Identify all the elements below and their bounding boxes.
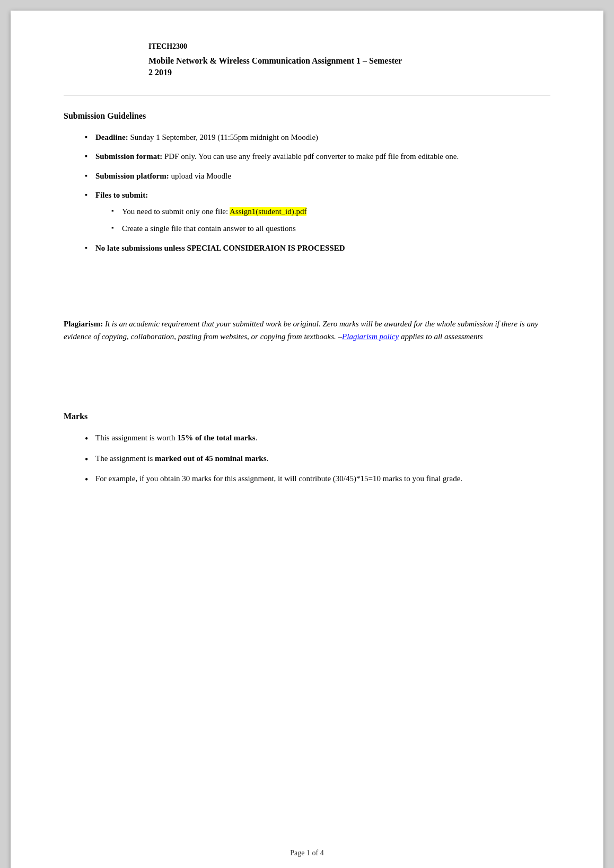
deadline-text: Sunday 1 September, 2019 (11:55pm midnig… xyxy=(128,133,318,141)
marks-item-2: The assignment is marked out of 45 nomin… xyxy=(85,453,550,465)
files-inner-list: You need to submit only one file: Assign… xyxy=(95,206,550,235)
course-code: ITECH2300 xyxy=(148,42,550,51)
file-submit-2: Create a single file that contain answer… xyxy=(111,223,550,235)
page-footer: Page 1 of 4 xyxy=(11,849,603,857)
marks-item-1-before: This assignment is worth xyxy=(95,433,177,442)
marks-title: Marks xyxy=(64,412,550,421)
submission-guidelines-section: Submission Guidelines Deadline: Sunday 1… xyxy=(64,111,550,254)
assignment-title: Mobile Network & Wireless Communication … xyxy=(148,55,550,79)
plagiarism-section: Plagiarism: It is an academic requiremen… xyxy=(64,317,550,343)
file-submit-2-text: Create a single file that contain answer… xyxy=(122,224,296,233)
assignment-title-line1: Mobile Network & Wireless Communication … xyxy=(148,56,402,65)
plagiarism-text-after: applies to all assessments xyxy=(399,332,483,341)
marks-item-3-text: For example, if you obtain 30 marks for … xyxy=(95,474,462,483)
deadline-label: Deadline: xyxy=(95,133,128,141)
deadline-item: Deadline: Sunday 1 September, 2019 (11:5… xyxy=(85,131,550,144)
marks-item-1-bold: 15% of the total marks xyxy=(177,433,255,442)
no-late-item: No late submissions unless SPECIAL CONSI… xyxy=(85,242,550,254)
submission-platform-text: upload via Moodle xyxy=(169,172,231,180)
plagiarism-link[interactable]: Plagiarism policy xyxy=(342,332,399,341)
file-submit-1-before: You need to submit only one file: xyxy=(122,207,230,216)
marks-item-2-before: The assignment is xyxy=(95,454,155,463)
marks-section: Marks This assignment is worth 15% of th… xyxy=(64,412,550,485)
page-info: Page 1 of 4 xyxy=(290,849,323,857)
marks-item-3: For example, if you obtain 30 marks for … xyxy=(85,473,550,485)
assignment-title-line2: 2 2019 xyxy=(148,68,172,77)
submission-guidelines-title: Submission Guidelines xyxy=(64,111,550,121)
submission-format-item: Submission format: PDF only. You can use… xyxy=(85,150,550,163)
marks-item-2-bold: marked out of 45 nominal marks xyxy=(155,454,266,463)
document-header: ITECH2300 Mobile Network & Wireless Comm… xyxy=(148,42,550,79)
files-to-submit-item: Files to submit: You need to submit only… xyxy=(85,189,550,235)
submission-format-text: PDF only. You can use any freely availab… xyxy=(162,152,459,161)
submission-platform-item: Submission platform: upload via Moodle xyxy=(85,170,550,182)
file-submit-1-highlight: Assign1(student_id).pdf xyxy=(230,207,306,216)
marks-list: This assignment is worth 15% of the tota… xyxy=(64,432,550,485)
file-submit-1: You need to submit only one file: Assign… xyxy=(111,206,550,218)
no-late-text: No late submissions unless SPECIAL CONSI… xyxy=(95,244,345,252)
plagiarism-label: Plagiarism: xyxy=(64,320,103,328)
files-to-submit-label: Files to submit: xyxy=(95,191,148,199)
document-page: ITECH2300 Mobile Network & Wireless Comm… xyxy=(11,11,603,868)
marks-item-1: This assignment is worth 15% of the tota… xyxy=(85,432,550,444)
submission-platform-label: Submission platform: xyxy=(95,172,169,180)
marks-item-1-after: . xyxy=(256,433,258,442)
marks-item-2-after: . xyxy=(267,454,269,463)
submission-format-label: Submission format: xyxy=(95,152,162,161)
submission-guidelines-list: Deadline: Sunday 1 September, 2019 (11:5… xyxy=(64,131,550,254)
